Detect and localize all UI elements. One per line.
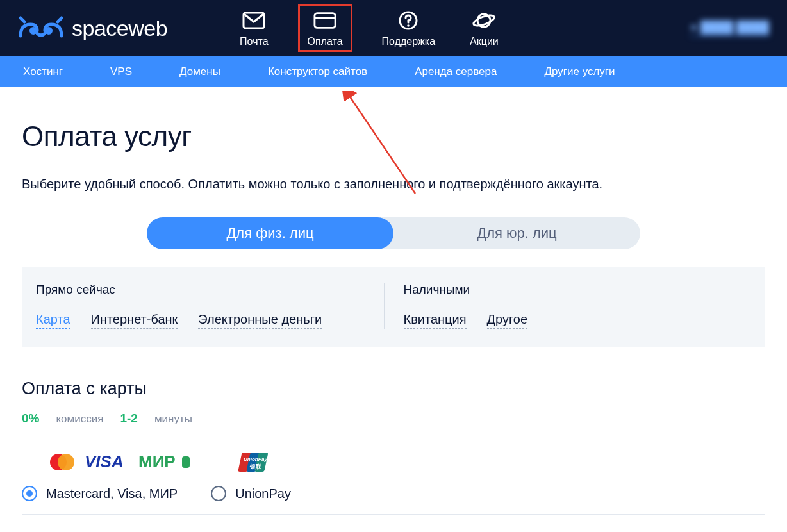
card-icon (313, 9, 336, 32)
commission-value: 0% (22, 411, 39, 426)
nav-payment[interactable]: Оплата (298, 4, 352, 52)
toggle-individual[interactable]: Для физ. лиц (147, 217, 393, 249)
radio-icon (211, 486, 226, 501)
category-cash: Наличными Квитанция Другое (384, 283, 752, 329)
card-section-title: Оплата с карты (22, 379, 765, 399)
nav-mail[interactable]: Почта (235, 6, 273, 50)
mastercard-icon (49, 453, 76, 472)
svg-text:UnionPay: UnionPay (244, 456, 267, 462)
unionpay-icon: UnionPay 银联 (236, 451, 269, 473)
brand-logo[interactable]: spaceweb (18, 15, 167, 41)
nav-promo-label: Акции (470, 36, 499, 47)
nav-payment-label: Оплата (308, 36, 343, 47)
help-icon (397, 9, 420, 32)
method-other[interactable]: Другое (487, 312, 528, 329)
nav-promo[interactable]: Акции (465, 6, 504, 50)
svg-rect-3 (315, 13, 335, 28)
brand-name: spaceweb (72, 16, 167, 41)
top-nav: Почта Оплата Поддержка Акции (235, 4, 504, 52)
radio-unionpay-label: UnionPay (235, 486, 291, 501)
subnav-other[interactable]: Другие услуги (544, 65, 615, 78)
subnav-server-rent[interactable]: Аренда сервера (415, 65, 497, 78)
divider (22, 514, 765, 515)
logo-mark-icon (18, 15, 64, 41)
radio-icon (22, 486, 37, 501)
subnav-hosting[interactable]: Хостинг (23, 65, 63, 78)
radio-unionpay[interactable]: UnionPay (211, 486, 291, 501)
main-content: Оплата услуг Выберите удобный способ. Оп… (0, 87, 787, 515)
nav-support[interactable]: Поддержка (377, 6, 440, 50)
commission-label: комиссия (56, 413, 103, 426)
svg-text:VISA: VISA (85, 453, 124, 471)
logos-unionpay: UnionPay 银联 (236, 451, 269, 473)
payment-categories: Прямо сейчас Карта Интернет-банк Электро… (22, 267, 765, 347)
subnav-vps[interactable]: VPS (110, 65, 132, 78)
page-title: Оплата услуг (22, 121, 765, 153)
radio-mc-visa-mir[interactable]: Mastercard, Visa, МИР (22, 486, 178, 501)
svg-point-11 (58, 454, 74, 470)
category-instant: Прямо сейчас Карта Интернет-банк Электро… (36, 283, 384, 329)
method-card[interactable]: Карта (36, 312, 70, 329)
card-provider-radios: Mastercard, Visa, МИР UnionPay (22, 486, 765, 501)
intro-text: Выберите удобный способ. Оплатить можно … (22, 177, 765, 192)
nav-support-label: Поддержка (382, 36, 435, 47)
subnav-domains[interactable]: Домены (179, 65, 220, 78)
nav-mail-label: Почта (240, 36, 268, 47)
toggle-legal[interactable]: Для юр. лиц (393, 217, 640, 249)
subnav-builder[interactable]: Конструктор сайтов (268, 65, 367, 78)
card-logos: VISA МИР UnionPay 银联 (49, 451, 765, 473)
visa-icon: VISA (85, 453, 129, 472)
category-instant-title: Прямо сейчас (36, 283, 384, 297)
top-header: spaceweb Почта Оплата Поддержка Акции (0, 0, 787, 56)
card-meta: 0% комиссия 1-2 минуты (22, 411, 765, 426)
time-value: 1-2 (120, 411, 137, 426)
svg-text:МИР: МИР (138, 453, 176, 471)
entity-type-toggle: Для физ. лиц Для юр. лиц (147, 217, 640, 249)
radio-mc-visa-mir-label: Mastercard, Visa, МИР (46, 486, 178, 501)
logos-visa-mc-mir: VISA МИР (49, 453, 191, 472)
svg-point-8 (472, 13, 495, 28)
svg-point-6 (408, 24, 410, 27)
category-cash-title: Наличными (404, 283, 752, 297)
planet-icon (472, 9, 495, 32)
svg-text:银联: 银联 (249, 463, 262, 470)
mail-icon (242, 9, 265, 32)
time-label: минуты (154, 413, 192, 426)
mir-icon: МИР (138, 453, 191, 472)
svg-rect-14 (182, 456, 190, 468)
method-emoney[interactable]: Электронные деньги (198, 312, 322, 329)
user-menu[interactable]: ● ████ ████ (690, 21, 769, 37)
method-receipt[interactable]: Квитанция (404, 312, 467, 329)
secondary-nav: Хостинг VPS Домены Конструктор сайтов Ар… (0, 56, 787, 87)
method-internet-bank[interactable]: Интернет-банк (91, 312, 178, 329)
